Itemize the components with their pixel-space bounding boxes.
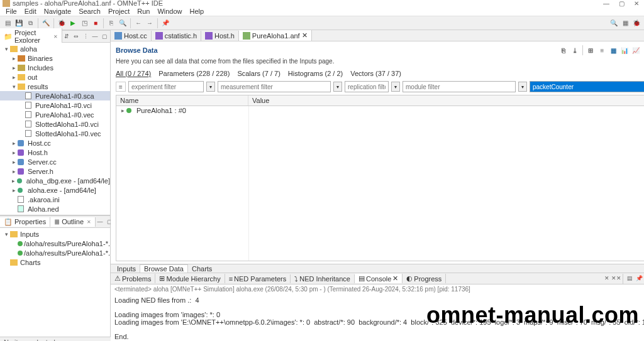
filter-toggle-icon[interactable]: ≡ [116, 82, 126, 92]
close-icon[interactable]: ✕ [87, 219, 91, 225]
tab-module-hierarchy[interactable]: ⊞Module Hierarchy [155, 274, 225, 283]
save-icon[interactable]: 💾 [14, 18, 24, 28]
tree-project[interactable]: ▾aloha [0, 44, 110, 53]
tree-file[interactable]: ▸Host.cc [0, 138, 110, 148]
chevron-down-icon[interactable]: ▾ [518, 82, 527, 92]
tree-file[interactable]: Aloha.ned [0, 204, 110, 214]
tree-file[interactable]: PureAloha1-#0.sca [0, 91, 110, 100]
outline-charts[interactable]: Charts [0, 257, 110, 267]
profile-icon[interactable]: ◳ [79, 18, 89, 28]
tab-problems[interactable]: ⚠Problems [111, 274, 155, 283]
tree-file[interactable]: SlottedAloha1-#0.vci [0, 119, 110, 129]
export-icon[interactable]: ⤓ [570, 45, 580, 55]
tab-console[interactable]: ▤Console✕ [355, 274, 402, 283]
tab-charts[interactable]: Charts [188, 265, 216, 273]
close-button[interactable]: ✕ [631, 0, 641, 8]
menu-window[interactable]: Window [154, 7, 185, 16]
tab-ned-inheritance[interactable]: ⤵NED Inheritance [291, 274, 355, 283]
maximize-view-icon[interactable]: ▢ [100, 32, 109, 41]
tree-view-icon[interactable]: ⊞ [586, 45, 596, 55]
stop-icon[interactable]: ■ [91, 18, 101, 28]
close-icon[interactable]: ✕ [392, 274, 398, 283]
editor-tab[interactable]: Host.cc [111, 31, 152, 41]
column-value[interactable]: Value [248, 95, 644, 106]
tree-folder[interactable]: ▸Binaries [0, 53, 110, 63]
linechart-icon[interactable]: 📈 [631, 45, 641, 55]
grid-row[interactable]: ▸ PureAloha1 : #0 [116, 106, 644, 115]
persp-debug-icon[interactable]: 🐞 [631, 18, 641, 28]
chevron-down-icon[interactable]: ▾ [333, 82, 342, 92]
clear-console-icon[interactable]: ✕ [602, 274, 611, 283]
module-filter[interactable] [402, 81, 516, 92]
quick-access-icon[interactable]: 🔍 [609, 18, 619, 28]
tree-file[interactable]: ▸Server.h [0, 166, 110, 176]
tree-file[interactable]: PureAloha1-#0.vec [0, 110, 110, 119]
measurement-filter[interactable] [218, 81, 331, 92]
persp-sim-icon[interactable]: ▦ [620, 18, 630, 28]
tree-file[interactable]: ▸aloha_dbg.exe - [amd64/le] [0, 176, 110, 185]
editor-tab[interactable]: Host.h [201, 31, 239, 41]
close-icon[interactable]: ✕ [53, 34, 58, 40]
tree-file[interactable]: ▸Server.cc [0, 157, 110, 166]
saveall-icon[interactable]: ⧉ [25, 18, 35, 28]
tree-file[interactable]: ▸Host.h [0, 148, 110, 157]
chevron-down-icon[interactable]: ▾ [391, 82, 400, 92]
maximize-button[interactable]: ▢ [616, 0, 626, 8]
tab-scalars[interactable]: Scalars (7 / 7) [237, 70, 280, 77]
flat-view-icon[interactable]: ≡ [597, 45, 607, 55]
link-icon[interactable]: ⇔ [72, 32, 80, 41]
tree-folder[interactable]: ▸out [0, 72, 110, 82]
menu-run[interactable]: Run [134, 7, 153, 16]
filter-icon[interactable]: ⋮ [81, 32, 90, 41]
select-console-icon[interactable]: ▤ [625, 274, 634, 283]
console-output[interactable]: Loading NED files from .: 4 Loading imag… [111, 294, 644, 341]
tab-hist[interactable]: Histograms (2 / 2) [288, 70, 343, 77]
project-tree[interactable]: ▾aloha ▸Binaries ▸Includes ▸out ▾results… [0, 43, 110, 215]
search-icon[interactable]: 🔍 [118, 18, 128, 28]
replication-filter[interactable] [345, 81, 389, 92]
tab-all[interactable]: All (0 / 274) [116, 70, 151, 77]
run-icon[interactable]: ▶ [68, 18, 78, 28]
editor-tab-active[interactable]: PureAloha1.anf✕ [239, 30, 312, 41]
minimize-view-icon[interactable]: — [96, 217, 104, 226]
tree-file[interactable]: PureAloha1-#0.vci [0, 100, 110, 110]
outline-tab[interactable]: ≣ Outline ✕ [50, 217, 96, 227]
expand-icon[interactable]: ▸ [119, 107, 126, 114]
menu-edit[interactable]: Edit [21, 7, 40, 16]
tree-file[interactable]: .akaroa.ini [0, 195, 110, 204]
menu-file[interactable]: File [3, 7, 20, 16]
column-name[interactable]: Name [116, 95, 248, 106]
collapse-icon[interactable]: ⇵ [62, 32, 71, 41]
back-icon[interactable]: ← [133, 18, 143, 28]
new-icon[interactable]: ▤ [3, 18, 13, 28]
outline-item[interactable]: /aloha/results/PureAloha1-*.vec [0, 239, 110, 248]
close-icon[interactable]: ✕ [302, 31, 308, 40]
chevron-down-icon[interactable]: ▾ [206, 82, 215, 92]
menu-navigate[interactable]: Navigate [41, 7, 74, 16]
tree-folder[interactable]: ▾results [0, 82, 110, 91]
pin-icon[interactable]: 📌 [160, 18, 170, 28]
copy-icon[interactable]: ⎘ [558, 45, 569, 55]
tree-file[interactable]: SlottedAloha1-#0.vec [0, 129, 110, 138]
build-icon[interactable]: 🔨 [41, 18, 51, 28]
properties-tab[interactable]: 📋 Properties [0, 217, 50, 227]
experiment-filter[interactable] [128, 81, 204, 92]
tab-browse-data[interactable]: Browse Data [140, 264, 188, 273]
tree-folder[interactable]: ▸Includes [0, 63, 110, 72]
outline-tree[interactable]: ▾Inputs /aloha/results/PureAloha1-*.vec … [0, 228, 110, 337]
minimize-view-icon[interactable]: — [91, 32, 99, 41]
tab-ned-params[interactable]: ≡NED Parameters [225, 274, 291, 283]
tab-inputs[interactable]: Inputs [113, 265, 140, 273]
group-icon[interactable]: ▦ [608, 45, 618, 55]
minimize-button[interactable]: — [601, 0, 611, 8]
menu-search[interactable]: Search [75, 7, 104, 16]
outline-item[interactable]: /aloha/results/PureAloha1-*.sca [0, 248, 110, 257]
forward-icon[interactable]: → [145, 18, 155, 28]
name-filter[interactable] [530, 81, 644, 92]
tab-params[interactable]: Parameters (228 / 228) [158, 70, 230, 77]
tab-vectors[interactable]: Vectors (37 / 37) [350, 70, 401, 77]
menu-project[interactable]: Project [105, 7, 133, 16]
tree-file[interactable]: ▸aloha.exe - [amd64/le] [0, 185, 110, 195]
open-type-icon[interactable]: ⎘ [106, 18, 116, 28]
remove-launch-icon[interactable]: ✕✕ [612, 274, 621, 283]
